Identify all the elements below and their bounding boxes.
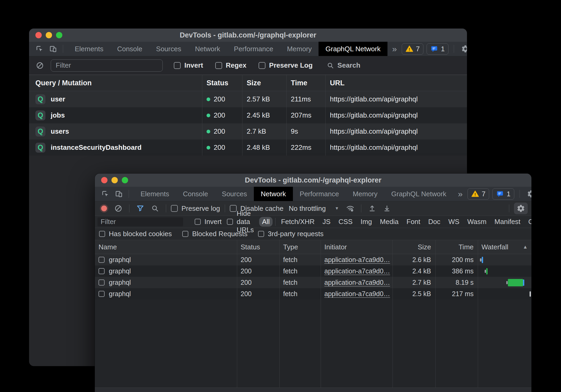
close-window-button[interactable]	[101, 177, 107, 183]
blocked-requests-checkbox[interactable]: Blocked Requests	[182, 230, 247, 238]
column-divider[interactable]	[435, 240, 436, 388]
column-size[interactable]: Size	[392, 240, 435, 254]
table-row[interactable]: graphql 200 fetch application-a7ca9d0… 2…	[95, 265, 531, 277]
minimize-window-button[interactable]	[111, 177, 118, 183]
filter-input[interactable]	[51, 59, 163, 72]
filter-type-wasm[interactable]: Wasm	[464, 217, 489, 227]
tab-memory[interactable]: Memory	[280, 42, 319, 56]
filter-type-font[interactable]: Font	[404, 217, 423, 227]
filter-input[interactable]	[97, 217, 183, 226]
warnings-badge[interactable]: 7	[467, 188, 489, 200]
record-button[interactable]	[101, 206, 107, 211]
more-tabs-icon[interactable]: »	[453, 187, 467, 201]
initiator-link[interactable]: application-a7ca9d0…	[324, 290, 390, 298]
network-conditions-icon[interactable]	[344, 203, 356, 214]
table-row[interactable]: QinstanceSecurityDashboard 200 2.48 kB 2…	[29, 139, 467, 156]
device-toolbar-icon[interactable]	[47, 43, 59, 54]
column-name[interactable]: Name	[95, 240, 237, 254]
filter-type-img[interactable]: Img	[358, 217, 375, 227]
column-status[interactable]: Status	[237, 240, 279, 254]
initiator-link[interactable]: application-a7ca9d0…	[324, 256, 390, 264]
regex-checkbox[interactable]: Regex	[215, 61, 246, 69]
preserve-log-checkbox[interactable]: Preserve log	[171, 204, 220, 213]
settings-gear-icon[interactable]	[459, 43, 467, 54]
row-checkbox[interactable]	[99, 257, 105, 263]
column-divider[interactable]	[478, 240, 478, 388]
column-type[interactable]: Type	[279, 240, 321, 254]
table-row[interactable]: Qusers 200 2.7 kB 9s https://gitlab.com/…	[29, 123, 467, 139]
zoom-window-button[interactable]	[122, 177, 128, 183]
column-query-mutation[interactable]: Query / Mutation	[29, 75, 202, 91]
tab-graphql-network[interactable]: GraphQL Network	[319, 42, 387, 56]
device-toolbar-icon[interactable]	[113, 188, 125, 199]
tab-memory[interactable]: Memory	[346, 187, 384, 201]
titlebar[interactable]: DevTools - gitlab.com/-/graphql-explorer	[95, 174, 531, 187]
network-settings-gear-icon[interactable]	[514, 203, 528, 214]
column-time[interactable]: Time	[287, 75, 326, 91]
export-har-icon[interactable]	[381, 203, 393, 214]
filter-type-css[interactable]: CSS	[335, 217, 355, 227]
more-tabs-icon[interactable]: »	[387, 42, 402, 56]
zoom-window-button[interactable]	[56, 32, 62, 38]
tab-console[interactable]: Console	[176, 187, 215, 201]
preserve-log-checkbox[interactable]: Preserve Log	[259, 61, 313, 69]
tab-graphql-network[interactable]: GraphQL Network	[384, 187, 453, 201]
search-button[interactable]: Search	[326, 61, 361, 69]
filter-type-fetch-xhr[interactable]: Fetch/XHR	[278, 217, 317, 227]
table-row[interactable]: graphql 200 fetch application-a7ca9d0… 2…	[95, 288, 531, 300]
table-row[interactable]: graphql 200 fetch application-a7ca9d0… 2…	[95, 277, 531, 288]
invert-checkbox[interactable]: Invert	[174, 61, 203, 69]
filter-type-doc[interactable]: Doc	[425, 217, 443, 227]
close-window-button[interactable]	[35, 32, 42, 38]
has-blocked-cookies-checkbox[interactable]: Has blocked cookies	[99, 230, 172, 238]
initiator-link[interactable]: application-a7ca9d0…	[324, 267, 390, 275]
filter-type-ws[interactable]: WS	[445, 217, 462, 227]
table-row[interactable]: Qjobs 200 2.45 kB 207ms https://gitlab.c…	[29, 107, 467, 123]
tab-sources[interactable]: Sources	[215, 187, 254, 201]
tab-elements[interactable]: Elements	[68, 42, 110, 56]
column-divider[interactable]	[392, 240, 393, 388]
table-row[interactable]: Quser 200 2.57 kB 211ms https://gitlab.c…	[29, 91, 467, 107]
table-row[interactable]: graphql 200 fetch application-a7ca9d0… 2…	[95, 254, 531, 265]
tab-console[interactable]: Console	[110, 42, 149, 56]
tab-sources[interactable]: Sources	[149, 42, 188, 56]
tab-elements[interactable]: Elements	[134, 187, 176, 201]
search-icon[interactable]	[149, 203, 161, 214]
warnings-badge[interactable]: 7	[402, 43, 423, 55]
initiator-link[interactable]: application-a7ca9d0…	[324, 279, 390, 286]
issues-badge[interactable]: 1	[427, 43, 448, 55]
row-checkbox[interactable]	[99, 268, 105, 274]
column-waterfall[interactable]: Waterfall ▲	[478, 240, 531, 254]
filter-type-all[interactable]: All	[259, 217, 273, 227]
filter-type-media[interactable]: Media	[377, 217, 401, 227]
column-time[interactable]: Time	[435, 240, 478, 254]
column-divider[interactable]	[237, 240, 237, 388]
filter-type-other[interactable]: Other	[525, 217, 531, 227]
settings-gear-icon[interactable]	[525, 188, 531, 199]
column-initiator[interactable]: Initiator	[321, 240, 392, 254]
tab-performance[interactable]: Performance	[293, 187, 346, 201]
third-party-requests-checkbox[interactable]: 3rd-party requests	[258, 230, 324, 238]
column-status[interactable]: Status	[202, 75, 242, 91]
inspect-element-icon[interactable]	[99, 188, 111, 199]
minimize-window-button[interactable]	[46, 32, 52, 38]
issues-badge[interactable]: 1	[492, 188, 514, 200]
column-url[interactable]: URL	[326, 75, 467, 91]
filter-type-js[interactable]: JS	[320, 217, 333, 227]
invert-checkbox[interactable]: Invert	[195, 218, 222, 226]
column-size[interactable]: Size	[242, 75, 287, 91]
tab-network[interactable]: Network	[254, 187, 293, 201]
filter-funnel-icon[interactable]	[134, 203, 146, 214]
throttling-select[interactable]: No throttling ▼	[286, 204, 342, 213]
titlebar[interactable]: DevTools - gitlab.com/-/graphql-explorer	[29, 29, 467, 42]
filter-type-manifest[interactable]: Manifest	[492, 217, 523, 227]
clear-icon[interactable]	[112, 203, 124, 214]
column-divider[interactable]	[279, 240, 280, 388]
import-har-icon[interactable]	[366, 203, 378, 214]
column-divider[interactable]	[321, 240, 321, 388]
tab-network[interactable]: Network	[188, 42, 227, 56]
row-checkbox[interactable]	[99, 291, 105, 297]
inspect-element-icon[interactable]	[33, 43, 45, 54]
clear-icon[interactable]	[34, 60, 46, 71]
tab-performance[interactable]: Performance	[227, 42, 280, 56]
